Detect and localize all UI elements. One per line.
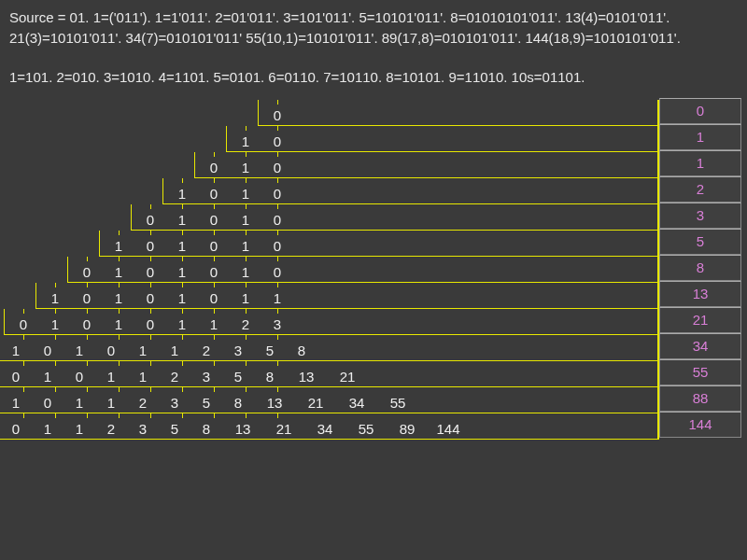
triangle-cell: 0	[198, 264, 230, 280]
triangle-cell: 1	[159, 343, 190, 358]
triangle-cell: 0	[134, 212, 166, 228]
triangle-cell: 8	[254, 369, 286, 385]
triangle-cell: 1	[95, 395, 127, 411]
triangle-cell: 1	[39, 290, 71, 306]
triangle-cell: 0	[261, 238, 293, 254]
triangle-cell: 0	[71, 316, 103, 332]
triangle-cell: 0	[71, 264, 103, 280]
triangle-cell: 0	[71, 290, 103, 306]
triangle-cell: 0	[0, 421, 32, 437]
triangle-cell: 5	[254, 343, 286, 358]
sidebar-cell: 144	[659, 412, 741, 438]
triangle-cell: 1	[0, 343, 32, 358]
header-text-1: Source = 01. 1=('011'). 1=1'011'. 2=01'0…	[0, 0, 747, 50]
triangle-cell: 1	[103, 238, 134, 254]
triangle-row: 01010	[0, 206, 616, 232]
triangle-row: 0	[0, 102, 616, 128]
triangle-cell: 3	[261, 316, 293, 332]
triangle-cell: 1	[230, 186, 261, 202]
triangle-cell: 1	[230, 264, 261, 280]
triangle-cell: 1	[230, 238, 261, 254]
triangle-cell: 1	[63, 421, 95, 437]
triangle-cell: 1	[166, 290, 198, 306]
triangle-cell: 5	[222, 369, 254, 385]
triangle-cell: 0	[7, 316, 39, 332]
triangle-cell: 1	[39, 316, 71, 332]
triangle-cell: 0	[198, 238, 230, 254]
triangle-cell: 0	[261, 212, 293, 228]
sidebar-cell: 88	[659, 385, 741, 412]
triangle-cell: 1	[103, 264, 134, 280]
triangle-cell: 2	[190, 343, 222, 358]
triangle-row: 1010112358	[0, 337, 616, 363]
sidebar-cell: 5	[659, 229, 741, 255]
triangle-cell: 5	[190, 395, 222, 411]
triangle-cell: 0	[198, 212, 230, 228]
triangle-cell: 1	[127, 369, 159, 385]
triangle-cell: 34	[336, 395, 377, 411]
triangle-row: 010	[0, 154, 616, 180]
triangle-cell: 0	[32, 343, 63, 358]
triangle-cell: 1	[103, 316, 134, 332]
triangle-cell: 2	[127, 395, 159, 411]
triangle-cell: 0	[0, 369, 32, 385]
triangle-cell: 0	[261, 107, 293, 123]
triangle-cell: 0	[261, 186, 293, 202]
triangle-cell: 1	[95, 369, 127, 385]
triangle-cell: 144	[428, 421, 469, 437]
triangle-cell: 0	[134, 290, 166, 306]
triangle-cell: 1	[166, 238, 198, 254]
triangle-cell: 0	[32, 395, 63, 411]
triangle-cell: 8	[222, 395, 254, 411]
sidebar-cell: 21	[659, 307, 741, 333]
fibonacci-sidebar: 01123581321345588144	[659, 98, 741, 438]
triangle-cell: 21	[327, 369, 368, 385]
triangle-cell: 89	[387, 421, 428, 437]
triangle-cell: 1	[0, 395, 32, 411]
triangle-cell: 0	[134, 238, 166, 254]
triangle-cell: 3	[190, 369, 222, 385]
sidebar-cell: 8	[659, 255, 741, 281]
triangle-cell: 3	[127, 421, 159, 437]
triangle-cell: 1	[166, 212, 198, 228]
triangle-row: 1010	[0, 180, 616, 206]
triangle-cell: 1	[230, 290, 261, 306]
triangle-cell: 3	[222, 343, 254, 358]
triangle-cell: 5	[159, 421, 190, 437]
triangle-cell: 3	[159, 395, 190, 411]
triangle-row: 10	[0, 128, 616, 154]
triangle-cell: 8	[190, 421, 222, 437]
triangle-cell: 1	[230, 160, 261, 175]
triangle-cell: 0	[198, 290, 230, 306]
triangle-cell: 13	[254, 395, 295, 411]
header-text-2: 1=101. 2=010. 3=1010. 4=1101. 5=0101. 6=…	[0, 60, 747, 90]
triangle-cell: 13	[286, 369, 327, 385]
triangle-cell: 0	[198, 160, 230, 175]
triangle-cell: 0	[261, 133, 293, 149]
triangle-cell: 34	[304, 421, 345, 437]
triangle-cell: 0	[95, 343, 127, 358]
triangle-cell: 8	[286, 343, 317, 358]
triangle-cell: 1	[127, 343, 159, 358]
sidebar-cell: 55	[659, 359, 741, 385]
triangle-cell: 1	[198, 316, 230, 332]
triangle-cell: 2	[95, 421, 127, 437]
triangle-cell: 1	[63, 343, 95, 358]
triangle-cell: 1	[166, 264, 198, 280]
triangle-row: 10101011	[0, 285, 616, 311]
triangle-cell: 1	[230, 212, 261, 228]
triangle-row: 0101010	[0, 259, 616, 285]
triangle-cell: 2	[159, 369, 190, 385]
triangle-cell: 1	[166, 186, 198, 202]
triangle-row: 101010	[0, 232, 616, 259]
triangle-cell: 1	[166, 316, 198, 332]
triangle-cell: 1	[32, 369, 63, 385]
triangle-cell: 0	[261, 160, 293, 175]
sidebar-cell: 0	[659, 98, 741, 124]
triangle-cell: 0	[261, 264, 293, 280]
sidebar-cell: 1	[659, 124, 741, 150]
triangle-diagram: 0100101010010101010100101010101010110101…	[0, 94, 747, 477]
triangle-cell: 1	[63, 395, 95, 411]
sidebar-cell: 34	[659, 333, 741, 359]
sidebar-cell: 13	[659, 281, 741, 307]
